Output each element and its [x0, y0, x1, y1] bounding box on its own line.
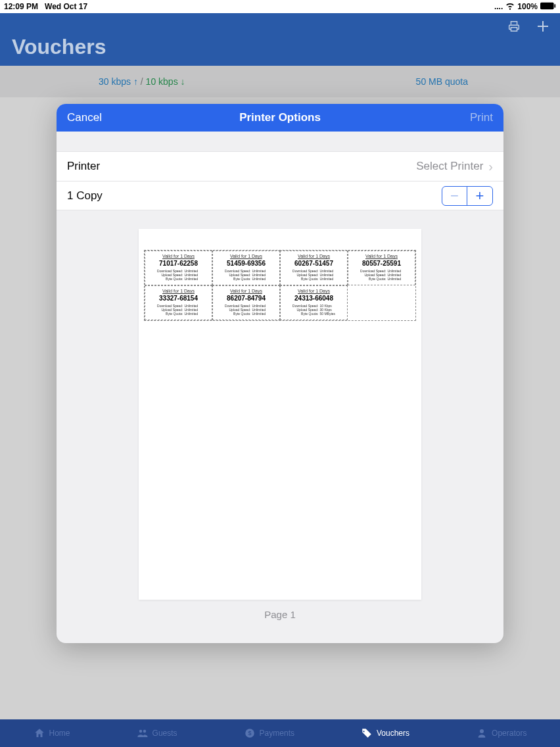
printer-label: Printer — [67, 160, 100, 173]
decrement-copies-button[interactable]: − — [442, 187, 467, 205]
printer-options-modal: Cancel Printer Options Print Printer Sel… — [57, 104, 503, 643]
modal-title: Printer Options — [57, 111, 503, 124]
svg-text:$: $ — [248, 730, 251, 736]
tab-operators[interactable]: Operators — [476, 727, 526, 739]
page-title: Vouchers — [12, 35, 106, 59]
status-date: Wed Oct 17 — [45, 2, 87, 11]
voucher-cell: Valid for 1 Days71017-62258Download Spee… — [145, 251, 212, 285]
status-time: 12:09 PM — [4, 2, 38, 11]
wifi-icon — [505, 1, 515, 12]
modal-header: Cancel Printer Options Print — [57, 104, 503, 132]
chevron-right-icon: › — [488, 159, 493, 174]
payments-icon: $ — [244, 727, 256, 739]
voucher-cell: Valid for 1 Days80557-25591Download Spee… — [348, 251, 415, 285]
page-label: Page 1 — [57, 609, 503, 620]
printer-row[interactable]: Printer Select Printer › — [57, 152, 503, 181]
copies-stepper: − + — [442, 186, 493, 206]
home-icon — [34, 727, 45, 739]
voucher-cell: Valid for 1 Days51459-69356Download Spee… — [212, 251, 280, 285]
print-icon[interactable] — [506, 19, 522, 36]
tab-home[interactable]: Home — [34, 727, 70, 739]
operators-icon — [476, 727, 488, 739]
voucher-cell — [348, 285, 415, 320]
voucher-cell: Valid for 1 Days33327-68154Download Spee… — [145, 285, 212, 320]
svg-rect-0 — [540, 2, 554, 9]
copies-label: 1 Copy — [67, 189, 103, 203]
increment-copies-button[interactable]: + — [467, 187, 492, 205]
voucher-cell: Valid for 1 Days24313-66048Download Spee… — [280, 285, 348, 320]
cellular-icon: .... — [494, 2, 503, 11]
voucher-cell: Valid for 1 Days60267-51457Download Spee… — [280, 251, 348, 285]
guests-icon — [137, 727, 149, 739]
voucher-cell: Valid for 1 Days86207-84794Download Spee… — [212, 285, 280, 320]
copies-row: 1 Copy − + — [57, 181, 503, 210]
vouchers-icon — [361, 727, 373, 739]
battery-icon — [540, 2, 556, 12]
status-bar: 12:09 PM Wed Oct 17 .... 100% — [0, 0, 560, 13]
battery-percent: 100% — [517, 2, 538, 11]
tab-vouchers[interactable]: Vouchers — [361, 727, 409, 739]
print-preview[interactable]: Valid for 1 Days71017-62258Download Spee… — [139, 229, 421, 600]
print-settings: Printer Select Printer › 1 Copy − + — [57, 151, 503, 210]
print-button[interactable]: Print — [470, 111, 493, 124]
add-icon[interactable] — [535, 18, 551, 37]
cancel-button[interactable]: Cancel — [67, 111, 102, 124]
tab-payments[interactable]: $ Payments — [244, 727, 294, 739]
app-header: Vouchers — [0, 13, 560, 66]
printer-value: Select Printer — [416, 160, 483, 173]
tab-bar: Home Guests $ Payments Vouchers Operator… — [0, 719, 560, 747]
voucher-grid: Valid for 1 Days71017-62258Download Spee… — [144, 250, 416, 321]
svg-rect-1 — [554, 4, 555, 7]
tab-guests[interactable]: Guests — [137, 727, 177, 739]
